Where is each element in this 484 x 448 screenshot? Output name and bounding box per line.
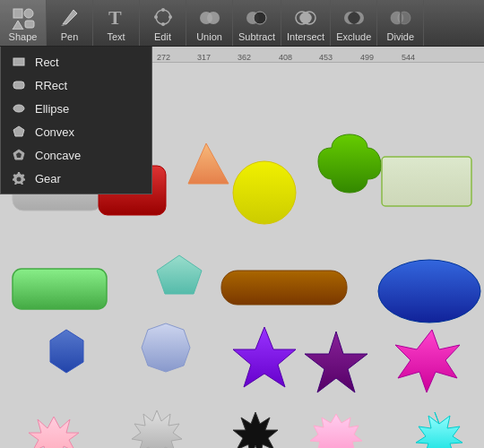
svg-point-19 (398, 12, 411, 24)
shape-label: Shape (9, 31, 38, 42)
text-label: Text (107, 31, 125, 42)
edit-icon (151, 4, 176, 30)
divide-icon (388, 4, 413, 30)
tool-text[interactable]: T Text (93, 0, 140, 46)
tool-shape[interactable]: Shape (0, 0, 47, 46)
svg-marker-24 (13, 126, 24, 136)
divide-label: Divide (387, 31, 415, 42)
subtract-label: Subtract (238, 31, 275, 42)
edit-label: Edit (154, 31, 171, 42)
svg-point-1 (24, 9, 33, 18)
svg-point-11 (207, 12, 220, 24)
dropdown-item-concave[interactable]: Concave (1, 143, 151, 167)
tool-subtract[interactable]: Subtract (233, 0, 281, 46)
ruler-mark: 362 (238, 53, 251, 62)
dropdown-item-rect[interactable]: Rect (1, 50, 151, 73)
ruler-mark: 272 (157, 53, 170, 62)
ruler-mark: 408 (279, 53, 292, 62)
dropdown-ellipse-label: Ellipse (35, 102, 69, 116)
svg-point-7 (169, 15, 172, 19)
svg-point-5 (156, 10, 170, 24)
tool-exclude[interactable]: Exclude (331, 0, 377, 46)
dropdown-item-rrect[interactable]: RRect (1, 73, 151, 97)
svg-rect-33 (13, 269, 107, 309)
svg-rect-3 (25, 21, 34, 28)
dropdown-item-ellipse[interactable]: Ellipse (1, 97, 151, 120)
exclude-icon (341, 4, 367, 30)
svg-text:T: T (108, 6, 122, 29)
rect-icon (12, 55, 26, 69)
svg-point-9 (161, 22, 165, 26)
convex-icon (12, 125, 26, 139)
intersect-icon (293, 4, 318, 30)
concave-icon (12, 148, 26, 162)
svg-point-27 (17, 177, 22, 182)
pen-label: Pen (61, 31, 79, 42)
pen-icon (57, 4, 82, 30)
gear-icon (12, 171, 26, 185)
svg-rect-35 (221, 271, 347, 305)
ellipse-icon (12, 101, 26, 116)
svg-rect-0 (13, 9, 22, 18)
tool-intersect[interactable]: Intersect (281, 0, 331, 46)
shape-dropdown: Rect RRect Ellipse Convex Concave (0, 47, 152, 194)
dropdown-rect-label: Rect (35, 56, 59, 69)
svg-marker-2 (13, 21, 23, 30)
tool-union[interactable]: Union (186, 0, 233, 46)
subtract-icon (244, 4, 269, 30)
dropdown-item-gear[interactable]: Gear (1, 167, 151, 190)
exclude-label: Exclude (336, 31, 371, 42)
svg-marker-30 (188, 143, 229, 184)
tool-divide[interactable]: Divide (377, 0, 424, 46)
toolbar: Shape Pen T Text (0, 0, 484, 47)
svg-point-23 (13, 105, 24, 112)
intersect-label: Intersect (287, 31, 324, 42)
svg-rect-22 (13, 82, 24, 89)
svg-rect-32 (382, 157, 471, 206)
svg-marker-37 (50, 330, 83, 373)
tool-pen[interactable]: Pen (47, 0, 93, 46)
shape-icon (11, 4, 36, 30)
rrect-icon (12, 78, 26, 92)
svg-point-6 (154, 15, 158, 19)
svg-rect-21 (13, 58, 24, 65)
union-icon (197, 4, 222, 30)
ruler-mark: 544 (402, 53, 415, 62)
dropdown-concave-label: Concave (35, 149, 81, 162)
ruler-mark: 453 (319, 53, 333, 62)
dropdown-item-convex[interactable]: Convex (1, 120, 151, 143)
svg-marker-38 (142, 323, 190, 372)
ruler-mark: 317 (197, 53, 211, 62)
ruler-mark: 499 (360, 53, 374, 62)
tool-edit[interactable]: Edit (140, 0, 186, 46)
svg-point-13 (254, 12, 266, 24)
text-icon: T (104, 4, 129, 30)
dropdown-gear-label: Gear (35, 172, 61, 185)
svg-point-36 (378, 260, 480, 323)
union-label: Union (196, 31, 222, 42)
dropdown-convex-label: Convex (35, 125, 74, 139)
dropdown-rrect-label: RRect (35, 79, 67, 92)
svg-point-8 (161, 8, 165, 12)
svg-point-31 (233, 161, 296, 224)
svg-marker-34 (157, 255, 202, 294)
